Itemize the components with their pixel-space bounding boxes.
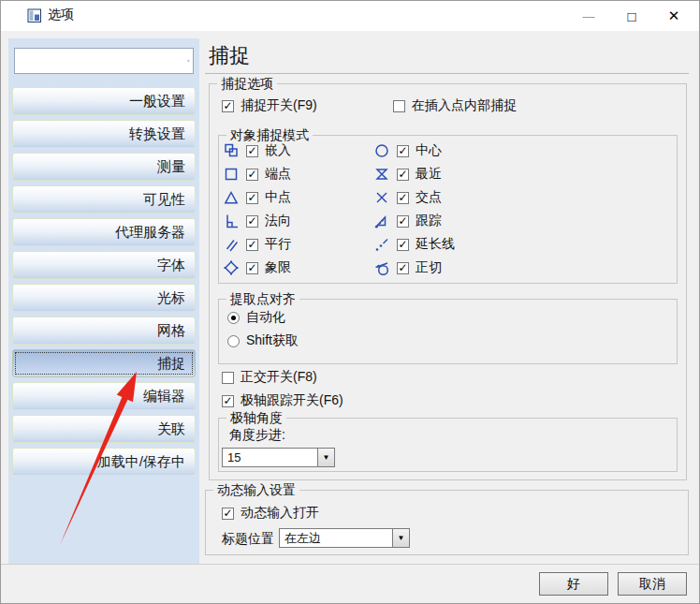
extension-checkbox[interactable] (397, 239, 409, 251)
angle-step-label: 角度步进: (229, 427, 285, 444)
alignment-shift-label[interactable]: Shift获取 (246, 332, 299, 349)
dynamic-input-on-checkbox[interactable] (222, 508, 234, 520)
intersection-label[interactable]: 交点 (416, 189, 442, 206)
parallel-icon (223, 236, 240, 253)
sidebar-item-label: 编辑器 (143, 388, 185, 405)
parallel-label[interactable]: 平行 (265, 236, 291, 253)
tangent-label[interactable]: 正切 (416, 259, 442, 276)
ortho-switch-checkbox[interactable] (222, 372, 234, 384)
sidebar-item-proxy-server[interactable]: 代理服务器 (12, 218, 196, 246)
dynamic-input-group: 动态输入设置 (205, 490, 689, 555)
insertion-label[interactable]: 嵌入 (265, 142, 291, 159)
polar-tracking-checkbox[interactable] (222, 395, 234, 407)
search-input[interactable] (15, 52, 187, 70)
tracking-label[interactable]: 跟踪 (416, 213, 442, 229)
alignment-auto-radio[interactable] (227, 312, 240, 324)
sidebar-item-label: 字体 (157, 257, 185, 274)
sidebar-item-editor[interactable]: 编辑器 (12, 382, 196, 410)
close-icon[interactable]: ✕ (655, 1, 693, 31)
polar-tracking-label[interactable]: 极轴跟踪开关(F6) (241, 392, 343, 409)
osnap-row-perpendicular: 法向 (223, 213, 291, 229)
search-icon[interactable] (187, 53, 190, 68)
osnap-row-intersection: 交点 (373, 189, 442, 206)
pick-point-alignment-group: 提取点对齐 (218, 299, 678, 364)
quadrant-label[interactable]: 象限 (265, 259, 291, 276)
sidebar-item-snap[interactable]: 捕捉 (12, 349, 196, 377)
tangent-checkbox[interactable] (397, 262, 409, 274)
insert-point-snap-label[interactable]: 在插入点内部捕捉 (412, 97, 517, 114)
sidebar-item-association[interactable]: 关联 (12, 415, 196, 443)
combo-arrow-icon[interactable]: ▼ (392, 529, 409, 547)
tracking-checkbox[interactable] (397, 215, 409, 228)
osnap-row-midpoint: 中点 (223, 189, 291, 206)
sidebar-item-label: 可见性 (143, 191, 185, 209)
osnap-row-endpoint: 端点 (223, 166, 291, 183)
snap-switch-row: 捕捉开关(F9) (222, 97, 317, 114)
center-label[interactable]: 中心 (416, 142, 442, 159)
nearest-checkbox[interactable] (397, 169, 409, 181)
sidebar-item-font[interactable]: 字体 (12, 251, 196, 279)
title-position-label: 标题位置 (222, 531, 274, 548)
osnap-row-insertion: 嵌入 (223, 142, 291, 159)
tangent-icon (373, 259, 390, 276)
quadrant-icon (223, 259, 240, 276)
perpendicular-label[interactable]: 法向 (265, 213, 291, 229)
midpoint-label[interactable]: 中点 (265, 189, 291, 206)
alignment-shift-row: Shift获取 (227, 332, 299, 349)
nearest-label[interactable]: 最近 (416, 166, 442, 183)
title-position-combobox[interactable]: 在左边 ▼ (279, 528, 410, 548)
endpoint-icon (223, 166, 240, 183)
extension-icon (373, 236, 390, 253)
endpoint-checkbox[interactable] (246, 169, 258, 181)
midpoint-checkbox[interactable] (246, 192, 258, 204)
osnap-row-parallel: 平行 (223, 236, 291, 253)
search-box (14, 48, 194, 74)
angle-step-combobox[interactable]: 15 ▼ (222, 448, 335, 467)
extension-label[interactable]: 延长线 (416, 236, 455, 253)
osnap-row-center: 中心 (373, 142, 442, 159)
window-title: 选项 (48, 7, 74, 23)
ortho-switch-label[interactable]: 正交开关(F8) (241, 369, 317, 386)
snap-switch-label[interactable]: 捕捉开关(F9) (241, 97, 317, 114)
minimize-icon[interactable]: — (570, 1, 607, 31)
perpendicular-icon (223, 213, 240, 229)
perpendicular-checkbox[interactable] (246, 215, 258, 228)
sidebar-item-grid[interactable]: 网格 (12, 317, 196, 345)
pick-point-alignment-group-label: 提取点对齐 (226, 291, 299, 308)
intersection-checkbox[interactable] (397, 192, 409, 204)
sidebar-item-visibility[interactable]: 可见性 (12, 185, 196, 214)
quadrant-checkbox[interactable] (246, 262, 258, 274)
sidebar-item-label: 一般设置 (129, 93, 185, 110)
insertion-checkbox[interactable] (246, 145, 258, 157)
sidebar-item-load-save[interactable]: 加载中/保存中 (12, 448, 196, 476)
sidebar-item-cursor[interactable]: 光标 (12, 284, 196, 312)
cancel-button[interactable]: 取消 (618, 572, 687, 596)
dynamic-input-group-label: 动态输入设置 (213, 482, 299, 499)
insert-point-snap-checkbox[interactable] (393, 100, 405, 112)
osnap-row-extension: 延长线 (373, 236, 455, 253)
dynamic-input-on-label[interactable]: 动态输入打开 (241, 505, 319, 522)
combo-arrow-icon[interactable]: ▼ (317, 449, 334, 466)
center-checkbox[interactable] (397, 145, 409, 157)
titlebar: 选项 — □ ✕ (1, 1, 699, 31)
intersection-icon (373, 189, 390, 206)
sidebar-item-general-settings[interactable]: 一般设置 (12, 87, 196, 115)
alignment-shift-radio[interactable] (227, 335, 240, 347)
sidebar-item-label: 网格 (157, 322, 185, 340)
ok-button[interactable]: 好 (539, 572, 608, 596)
angle-step-value: 15 (223, 449, 317, 466)
sidebar-item-conversion-settings[interactable]: 转换设置 (12, 120, 196, 148)
maximize-icon[interactable]: □ (613, 1, 650, 31)
snap-options-group-label: 捕捉选项 (217, 76, 277, 93)
endpoint-label[interactable]: 端点 (265, 166, 291, 183)
sidebar-item-measure[interactable]: 测量 (12, 153, 196, 181)
sidebar-item-label: 转换设置 (129, 125, 185, 143)
sidebar-item-label: 代理服务器 (115, 224, 185, 242)
app-icon (27, 8, 42, 23)
snap-switch-checkbox[interactable] (222, 100, 234, 112)
tracking-icon (373, 213, 390, 229)
osnap-row-tangent: 正切 (373, 259, 442, 276)
alignment-auto-label[interactable]: 自动化 (246, 309, 285, 326)
osnap-row-tracking: 跟踪 (373, 213, 442, 229)
parallel-checkbox[interactable] (246, 239, 258, 251)
